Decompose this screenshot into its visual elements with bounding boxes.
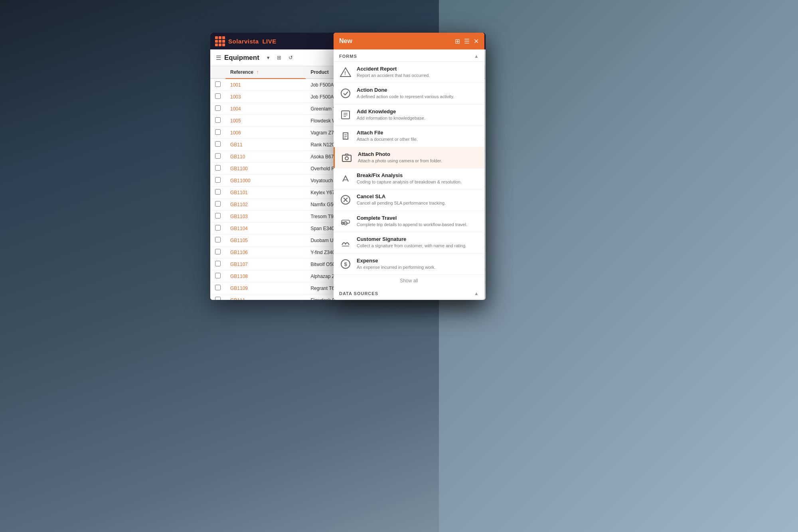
show-all-button[interactable]: Show all (334, 275, 484, 287)
panel-close-icon[interactable]: ✕ (474, 37, 479, 45)
cell-reference: GB1103 (225, 211, 306, 223)
cell-reference: GB11 (225, 139, 306, 151)
svg-text:!: ! (344, 71, 346, 76)
row-checkbox[interactable] (215, 297, 221, 300)
form-item-name-knowledge: Add Knowledge (357, 108, 479, 114)
cell-reference: GB1109 (225, 282, 306, 294)
form-item-expense[interactable]: $ Expense An expense incurred in perform… (334, 254, 484, 275)
form-item-desc-expense: An expense incurred in performing work. (357, 264, 479, 270)
data-sources-chevron-icon[interactable]: ▲ (474, 291, 479, 296)
form-item-complete-travel[interactable]: Complete Travel Complete trip details to… (334, 211, 484, 232)
sort-arrow-icon: ↑ (256, 69, 259, 75)
form-item-content-file: Attach File Attach a document or other f… (357, 130, 479, 142)
form-item-cancel-sla[interactable]: Cancel SLA Cancel all pending SLA perfor… (334, 189, 484, 211)
cell-reference: GB1100 (225, 163, 306, 175)
breakfix-icon (339, 172, 352, 185)
form-item-attach-file[interactable]: Attach File Attach a document or other f… (334, 126, 484, 147)
panel-title: New (339, 37, 352, 45)
cell-reference: 1006 (225, 127, 306, 139)
form-item-attach-photo[interactable]: Attach Photo Attach a photo using camera… (334, 147, 484, 168)
panel-header: New ⊞ ☰ ✕ (334, 33, 484, 49)
complete-travel-icon (339, 215, 352, 228)
form-item-desc-cancel: Cancel all pending SLA performance track… (357, 200, 479, 206)
cell-reference: GB1101 (225, 187, 306, 199)
equipment-icon: ☰ (216, 54, 221, 61)
logo-brand-solarvista: Solarvista (228, 38, 259, 45)
form-item-accident-report[interactable]: ! Accident Report Report an accident tha… (334, 62, 484, 83)
form-item-add-knowledge[interactable]: Add Knowledge Add information to knowled… (334, 104, 484, 126)
form-item-desc-knowledge: Add information to knowledgebase. (357, 115, 479, 121)
form-item-desc-travel: Complete trip details to append to workf… (357, 222, 479, 228)
row-checkbox[interactable] (215, 141, 221, 147)
form-item-action-done[interactable]: Action Done A defined action code to rep… (334, 83, 484, 104)
cancel-sla-icon (339, 193, 352, 206)
panel-grid-icon[interactable]: ⊞ (455, 37, 460, 45)
svg-text:$: $ (344, 261, 347, 267)
cell-reference: 1004 (225, 103, 306, 115)
row-checkbox[interactable] (215, 273, 221, 278)
toolbar-title: Equipment (224, 54, 259, 62)
form-item-content-travel: Complete Travel Complete trip details to… (357, 215, 479, 228)
form-item-action-datasource[interactable]: Action Definition of an activity using a… (334, 299, 484, 300)
row-checkbox[interactable] (215, 177, 221, 183)
row-checkbox[interactable] (215, 117, 221, 123)
form-item-content-cancel: Cancel SLA Cancel all pending SLA perfor… (357, 193, 479, 206)
cell-reference: GB110 (225, 151, 306, 163)
data-sources-title: DATA SOURCES (339, 291, 378, 296)
row-checkbox[interactable] (215, 165, 221, 171)
panel-list-icon[interactable]: ☰ (464, 37, 470, 45)
col-checkbox-header (210, 66, 225, 79)
row-checkbox[interactable] (215, 249, 221, 254)
accident-report-icon: ! (339, 66, 352, 79)
logo-text: Solarvista LIVE (228, 38, 277, 45)
row-checkbox[interactable] (215, 81, 221, 87)
logo-grid-icon (215, 36, 225, 46)
svg-point-11 (345, 157, 348, 160)
refresh-button[interactable]: ↺ (286, 53, 295, 62)
panel-header-icons: ⊞ ☰ ✕ (455, 37, 479, 45)
form-item-name-file: Attach File (357, 130, 479, 136)
forms-section-header: FORMS ▲ (334, 49, 484, 62)
data-sources-section-header: DATA SOURCES ▲ (334, 287, 484, 299)
svg-rect-10 (342, 155, 351, 162)
form-item-name-signature: Customer Signature (357, 236, 479, 242)
cell-reference: GB111 (225, 294, 306, 300)
row-checkbox[interactable] (215, 129, 221, 135)
row-checkbox[interactable] (215, 237, 221, 242)
form-item-name-expense: Expense (357, 258, 479, 264)
svg-point-2 (341, 89, 350, 98)
logo-brand-live: LIVE (262, 38, 276, 45)
panel-body[interactable]: FORMS ▲ ! Accident Report Report an acci… (334, 49, 484, 300)
forms-section-title: FORMS (339, 54, 357, 59)
form-item-breakfix[interactable]: Break/Fix Analysis Coding to capture ana… (334, 168, 484, 189)
row-checkbox[interactable] (215, 225, 221, 231)
filter-button[interactable]: ⊞ (275, 53, 283, 62)
form-item-content-breakfix: Break/Fix Analysis Coding to capture ana… (357, 172, 479, 185)
cell-reference: GB1105 (225, 234, 306, 246)
form-item-content-expense: Expense An expense incurred in performin… (357, 258, 479, 270)
form-item-name-action: Action Done (357, 87, 479, 93)
row-checkbox[interactable] (215, 285, 221, 290)
cell-reference: GB1108 (225, 270, 306, 282)
row-checkbox[interactable] (215, 201, 221, 207)
form-item-desc-action: A defined action code to represent vario… (357, 94, 479, 100)
new-panel: New ⊞ ☰ ✕ FORMS ▲ ! Accident Report Repo… (334, 33, 484, 300)
customer-signature-icon (339, 236, 352, 249)
form-item-name-travel: Complete Travel (357, 215, 479, 221)
col-reference-header[interactable]: Reference ↑ (225, 66, 306, 79)
forms-chevron-icon[interactable]: ▲ (474, 53, 479, 59)
row-checkbox[interactable] (215, 261, 221, 266)
form-item-desc-signature: Collect a signature from customer, with … (357, 243, 479, 249)
row-checkbox[interactable] (215, 213, 221, 219)
dropdown-arrow-button[interactable]: ▾ (265, 53, 272, 62)
action-done-icon (339, 87, 352, 100)
form-item-name-photo: Attach Photo (358, 151, 479, 157)
form-item-customer-signature[interactable]: Customer Signature Collect a signature f… (334, 232, 484, 253)
row-checkbox[interactable] (215, 105, 221, 111)
refresh-icon: ↺ (288, 55, 293, 61)
expense-icon: $ (339, 258, 352, 270)
row-checkbox[interactable] (215, 93, 221, 99)
cell-reference: GB1104 (225, 223, 306, 234)
row-checkbox[interactable] (215, 153, 221, 159)
row-checkbox[interactable] (215, 189, 221, 195)
